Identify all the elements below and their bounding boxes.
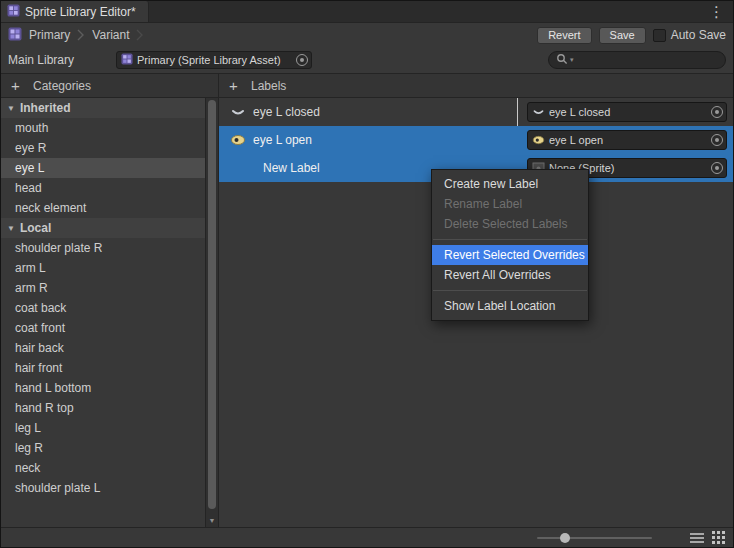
label-name: eye L closed xyxy=(253,105,511,119)
category-item-shoulder-plate-r[interactable]: shoulder plate R xyxy=(1,238,205,258)
object-picker-icon[interactable] xyxy=(711,106,723,118)
category-item-label: hair front xyxy=(15,361,62,375)
category-group-label: Inherited xyxy=(20,101,71,115)
category-item-label: neck xyxy=(15,461,40,475)
category-item-label: shoulder plate R xyxy=(15,241,102,255)
labels-header: + Labels xyxy=(219,74,733,98)
grid-view-icon[interactable] xyxy=(712,531,725,544)
sprite-field-value: eye L open xyxy=(549,134,707,146)
categories-list: ▼ Inherited mouth eye R eye L head neck … xyxy=(1,98,218,527)
category-item-label: coat back xyxy=(15,301,66,315)
categories-scrollbar[interactable]: ▼ xyxy=(205,98,218,527)
sprite-field-value: eye L closed xyxy=(549,106,707,118)
thumbnail-size-slider[interactable] xyxy=(537,532,652,544)
category-group-inherited[interactable]: ▼ Inherited xyxy=(1,98,205,118)
scrollbar-thumb[interactable] xyxy=(208,100,216,509)
main-library-object-field[interactable]: Primary (Sprite Library Asset) xyxy=(116,51,312,69)
breadcrumb-variant[interactable]: Variant xyxy=(92,28,129,42)
label-row-eye-l-open[interactable]: eye L open eye L open xyxy=(219,126,733,154)
tab-title: Sprite Library Editor* xyxy=(25,5,136,19)
foldout-arrow-icon[interactable]: ▼ xyxy=(7,224,15,233)
sprite-library-window-icon xyxy=(7,4,20,20)
search-field[interactable]: ▾ xyxy=(548,51,726,69)
object-picker-icon[interactable] xyxy=(711,134,723,146)
main-library-label: Main Library xyxy=(8,53,108,67)
scrollbar-down-arrow-icon[interactable]: ▼ xyxy=(206,517,218,524)
category-item-hand-l-bottom[interactable]: hand L bottom xyxy=(1,378,205,398)
object-picker-icon[interactable] xyxy=(711,162,723,174)
add-category-button[interactable]: + xyxy=(9,78,22,93)
slider-track[interactable] xyxy=(537,537,652,539)
category-item-arm-l[interactable]: arm L xyxy=(1,258,205,278)
label-name: eye L open xyxy=(253,133,521,147)
breadcrumb-primary[interactable]: Primary xyxy=(29,28,70,42)
revert-button[interactable]: Revert xyxy=(537,27,591,44)
category-item-eye-r[interactable]: eye R xyxy=(1,138,205,158)
menu-separator xyxy=(433,290,587,291)
menu-item-create-new-label[interactable]: Create new Label xyxy=(432,174,588,194)
category-item-neck[interactable]: neck xyxy=(1,458,205,478)
save-button[interactable]: Save xyxy=(599,27,646,44)
category-item-shoulder-plate-l[interactable]: shoulder plate L xyxy=(1,478,205,498)
category-item-label: arm R xyxy=(15,281,48,295)
menu-separator xyxy=(433,239,587,240)
kebab-menu-icon[interactable]: ⋮ xyxy=(700,4,733,19)
category-item-leg-l[interactable]: leg L xyxy=(1,418,205,438)
column-divider[interactable] xyxy=(517,98,518,126)
category-item-mouth[interactable]: mouth xyxy=(1,118,205,138)
category-item-leg-r[interactable]: leg R xyxy=(1,438,205,458)
sprite-object-field-eye-l-closed[interactable]: eye L closed xyxy=(527,102,727,122)
main-library-row: Main Library Primary (Sprite Library Ass… xyxy=(1,47,733,73)
main-library-field-value: Primary (Sprite Library Asset) xyxy=(137,54,292,66)
bottom-bar xyxy=(1,527,733,547)
category-item-coat-front[interactable]: coat front xyxy=(1,318,205,338)
menu-item-rename-label: Rename Label xyxy=(432,194,588,214)
category-item-label: head xyxy=(15,181,42,195)
category-item-label: eye R xyxy=(15,141,46,155)
menu-item-show-label-location[interactable]: Show Label Location xyxy=(432,296,588,316)
sprite-thumbnail-eye-open xyxy=(531,133,545,147)
object-picker-icon[interactable] xyxy=(296,54,308,66)
slider-knob[interactable] xyxy=(560,533,570,543)
menu-item-revert-selected-overrides[interactable]: Revert Selected Overrides xyxy=(432,245,588,265)
menu-item-revert-all-overrides[interactable]: Revert All Overrides xyxy=(432,265,588,285)
add-label-button[interactable]: + xyxy=(227,78,240,93)
category-item-label: mouth xyxy=(15,121,48,135)
category-item-label: neck element xyxy=(15,201,86,215)
list-view-icon[interactable] xyxy=(690,532,704,544)
categories-title: Categories xyxy=(33,79,91,93)
search-dropdown-caret-icon[interactable]: ▾ xyxy=(570,56,574,64)
menu-item-delete-selected-labels: Delete Selected Labels xyxy=(432,214,588,234)
label-row-eye-l-closed[interactable]: eye L closed eye L closed xyxy=(219,98,733,126)
context-menu: Create new Label Rename Label Delete Sel… xyxy=(431,169,589,321)
category-item-label: leg R xyxy=(15,441,43,455)
category-item-label: hair back xyxy=(15,341,64,355)
category-group-label: Local xyxy=(20,221,51,235)
labels-title: Labels xyxy=(251,79,286,93)
eye-closed-sprite-icon xyxy=(229,105,247,119)
tab-sprite-library-editor[interactable]: Sprite Library Editor* xyxy=(1,1,149,22)
category-item-hair-front[interactable]: hair front xyxy=(1,358,205,378)
category-group-local[interactable]: ▼ Local xyxy=(1,218,205,238)
sprite-library-editor-window: Sprite Library Editor* ⋮ Primary Variant… xyxy=(0,0,734,548)
chevron-right-icon xyxy=(136,28,144,42)
auto-save-checkbox[interactable] xyxy=(653,29,666,42)
search-icon xyxy=(556,53,568,68)
categories-header: + Categories xyxy=(1,74,218,98)
category-item-neck-element[interactable]: neck element xyxy=(1,198,205,218)
category-item-label: arm L xyxy=(15,261,46,275)
chevron-right-icon xyxy=(77,28,85,42)
category-item-coat-back[interactable]: coat back xyxy=(1,298,205,318)
category-item-eye-l[interactable]: eye L xyxy=(1,158,205,178)
tab-bar: Sprite Library Editor* ⋮ xyxy=(1,1,733,23)
category-item-hair-back[interactable]: hair back xyxy=(1,338,205,358)
category-item-arm-r[interactable]: arm R xyxy=(1,278,205,298)
category-item-label: hand R top xyxy=(15,401,74,415)
category-item-head[interactable]: head xyxy=(1,178,205,198)
category-item-hand-r-top[interactable]: hand R top xyxy=(1,398,205,418)
sprite-object-field-eye-l-open[interactable]: eye L open xyxy=(527,130,727,150)
sprite-thumbnail-eye-closed xyxy=(531,105,545,119)
foldout-arrow-icon[interactable]: ▼ xyxy=(7,104,15,113)
main-split: + Categories ▼ Inherited mouth eye R eye… xyxy=(1,73,733,527)
category-item-label: hand L bottom xyxy=(15,381,91,395)
